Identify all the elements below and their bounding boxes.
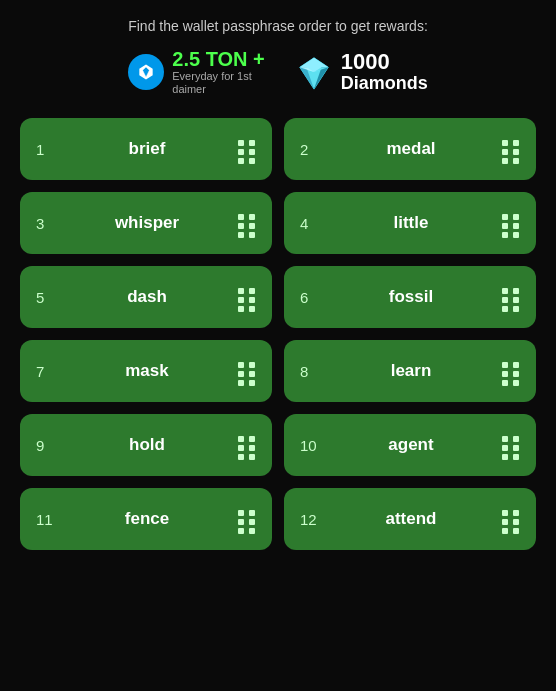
card-number-11: 11 (36, 511, 56, 528)
diamond-count: 1000 (341, 50, 428, 74)
word-card-2[interactable]: 2medal (284, 118, 536, 180)
drag-dot (238, 362, 244, 368)
word-card-11[interactable]: 11fence (20, 488, 272, 550)
drag-dot (249, 528, 255, 534)
drag-dot (249, 436, 255, 442)
drag-dot (513, 436, 519, 442)
drag-dot (238, 519, 244, 525)
drag-dot (513, 288, 519, 294)
rewards-row: 2.5 TON + Everyday for 1st daimer 1000 D… (20, 48, 536, 96)
drag-dot (249, 158, 255, 164)
word-card-3[interactable]: 3whisper (20, 192, 272, 254)
drag-dot (502, 380, 508, 386)
card-number-4: 4 (300, 215, 320, 232)
drag-dot (502, 436, 508, 442)
card-number-8: 8 (300, 363, 320, 380)
drag-dot (513, 232, 519, 238)
drag-dot (249, 288, 255, 294)
drag-dot (238, 445, 244, 451)
drag-handle-1[interactable] (238, 140, 256, 158)
card-word-12: attend (320, 509, 502, 529)
card-word-10: agent (320, 435, 502, 455)
drag-dot (513, 306, 519, 312)
card-word-2: medal (320, 139, 502, 159)
drag-dot (238, 158, 244, 164)
word-card-9[interactable]: 9hold (20, 414, 272, 476)
drag-dot (238, 454, 244, 460)
ton-info: 2.5 TON + Everyday for 1st daimer (172, 48, 264, 96)
card-word-5: dash (56, 287, 238, 307)
drag-dot (513, 140, 519, 146)
drag-dot (502, 510, 508, 516)
drag-dot (238, 380, 244, 386)
drag-dot (513, 158, 519, 164)
card-number-3: 3 (36, 215, 56, 232)
drag-dot (502, 297, 508, 303)
card-number-12: 12 (300, 511, 320, 528)
drag-dot (238, 140, 244, 146)
drag-dot (249, 306, 255, 312)
drag-dot (249, 371, 255, 377)
drag-dot (249, 214, 255, 220)
drag-handle-7[interactable] (238, 362, 256, 380)
card-number-5: 5 (36, 289, 56, 306)
drag-handle-4[interactable] (502, 214, 520, 232)
diamond-icon (295, 53, 333, 91)
ton-icon (128, 54, 164, 90)
header-text: Find the wallet passphrase order to get … (128, 18, 428, 34)
word-card-7[interactable]: 7mask (20, 340, 272, 402)
drag-dot (502, 371, 508, 377)
drag-dot (502, 232, 508, 238)
drag-dot (502, 158, 508, 164)
drag-dot (502, 306, 508, 312)
drag-dot (238, 510, 244, 516)
drag-dot (513, 214, 519, 220)
drag-dot (249, 223, 255, 229)
word-card-10[interactable]: 10agent (284, 414, 536, 476)
word-card-5[interactable]: 5dash (20, 266, 272, 328)
drag-handle-6[interactable] (502, 288, 520, 306)
drag-dot (513, 380, 519, 386)
drag-handle-2[interactable] (502, 140, 520, 158)
word-card-1[interactable]: 1brief (20, 118, 272, 180)
drag-dot (513, 454, 519, 460)
card-word-8: learn (320, 361, 502, 381)
card-word-3: whisper (56, 213, 238, 233)
drag-handle-3[interactable] (238, 214, 256, 232)
word-card-12[interactable]: 12attend (284, 488, 536, 550)
drag-dot (502, 528, 508, 534)
drag-dot (249, 519, 255, 525)
drag-dot (502, 288, 508, 294)
diamond-reward: 1000 Diamonds (295, 50, 428, 94)
word-card-6[interactable]: 6fossil (284, 266, 536, 328)
drag-dot (513, 528, 519, 534)
drag-dot (249, 362, 255, 368)
drag-handle-10[interactable] (502, 436, 520, 454)
word-card-4[interactable]: 4little (284, 192, 536, 254)
drag-dot (502, 214, 508, 220)
drag-dot (502, 149, 508, 155)
card-word-6: fossil (320, 287, 502, 307)
card-word-9: hold (56, 435, 238, 455)
words-grid: 1brief2medal3whisper4little5dash6fossil7… (20, 118, 536, 550)
card-word-4: little (320, 213, 502, 233)
drag-dot (249, 232, 255, 238)
drag-handle-5[interactable] (238, 288, 256, 306)
drag-dot (238, 297, 244, 303)
diamond-label: Diamonds (341, 74, 428, 94)
ton-logo-icon (136, 62, 156, 82)
drag-handle-8[interactable] (502, 362, 520, 380)
drag-dot (249, 454, 255, 460)
drag-dot (502, 519, 508, 525)
drag-handle-12[interactable] (502, 510, 520, 528)
drag-handle-11[interactable] (238, 510, 256, 528)
ton-amount: 2.5 TON + (172, 48, 264, 70)
drag-dot (513, 445, 519, 451)
drag-dot (238, 214, 244, 220)
ton-sub-line2: daimer (172, 83, 264, 96)
drag-dot (513, 519, 519, 525)
word-card-8[interactable]: 8learn (284, 340, 536, 402)
drag-dot (249, 510, 255, 516)
ton-reward: 2.5 TON + Everyday for 1st daimer (128, 48, 264, 96)
drag-handle-9[interactable] (238, 436, 256, 454)
